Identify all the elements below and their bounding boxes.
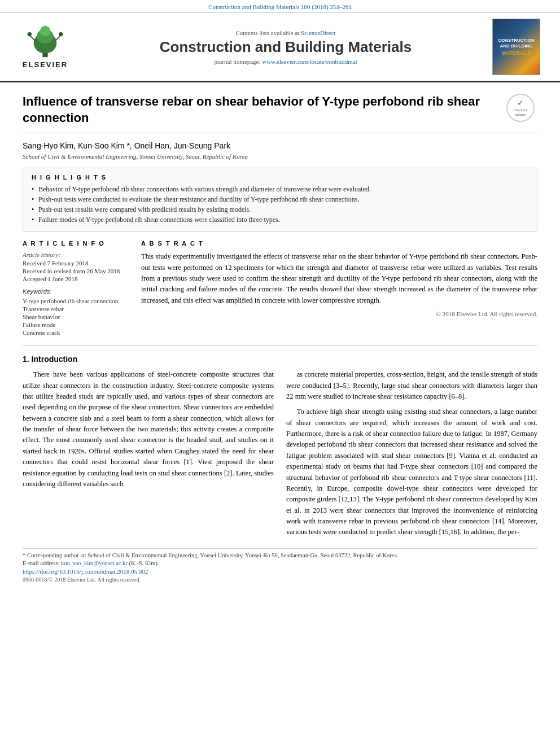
svg-point-7	[59, 32, 63, 36]
keywords-label: Keywords:	[23, 288, 130, 295]
intro-right-col: as concrete material properties, cross-s…	[286, 369, 537, 543]
article-title-section: Influence of transverse rebar on shear b…	[23, 94, 537, 133]
check-update-circle: ✓ Check forupdates	[506, 94, 535, 122]
email-suffix: (K.-S. Kim).	[129, 560, 159, 566]
doi-line: https://doi.org/10.1016/j.conbuildmat.20…	[23, 568, 537, 575]
article-title: Influence of transverse rebar on shear b…	[23, 94, 506, 126]
list-item: Push-out tests were conducted to evaluat…	[32, 195, 528, 204]
svg-point-6	[28, 32, 32, 36]
abstract-col: A B S T R A C T This study experimentall…	[141, 240, 537, 337]
article-history: Article history: Received 7 February 201…	[23, 251, 130, 282]
intro-para-3: To achieve high shear strength using exi…	[286, 407, 537, 538]
highlights-heading: H I G H L I G H T S	[32, 174, 528, 181]
intro-para-2: as concrete material properties, cross-s…	[286, 369, 537, 402]
journal-header: ELSEVIER Contents lists available at Sci…	[0, 13, 560, 82]
journal-header-center: Contents lists available at ScienceDirec…	[79, 29, 492, 65]
homepage-link[interactable]: www.elsevier.com/locate/conbuildmat	[262, 58, 357, 65]
list-item: Transverse rebar	[23, 305, 130, 312]
doi-link[interactable]: https://doi.org/10.1016/j.conbuildmat.20…	[23, 568, 148, 575]
elsevier-label: ELSEVIER	[23, 60, 68, 69]
article-info-col: A R T I C L E I N F O Article history: R…	[23, 240, 130, 337]
corresponding-author: * Corresponding author at: School of Civ…	[23, 552, 537, 558]
intro-para-1: There have been various applications of …	[23, 369, 274, 490]
svg-point-3	[40, 26, 50, 36]
journal-header-left: ELSEVIER	[11, 25, 79, 69]
elsevier-logo: ELSEVIER	[23, 25, 68, 69]
issn-line: 0950-0618/© 2018 Elsevier Ltd. All right…	[23, 576, 537, 583]
top-bar: Construction and Building Materials 180 …	[0, 0, 560, 13]
received-date: Received 7 February 2018	[23, 260, 130, 267]
page: Construction and Building Materials 180 …	[0, 0, 560, 747]
section-title: 1. Introduction	[23, 355, 537, 364]
intro-section: 1. Introduction There have been various …	[23, 355, 537, 543]
footnote-area: * Corresponding author at: School of Civ…	[23, 548, 537, 583]
elsevier-tree-icon	[23, 25, 68, 59]
abstract-heading: A B S T R A C T	[141, 240, 537, 247]
journal-title: Construction and Building Materials	[90, 38, 481, 56]
list-item: Behavior of Y-type perfobond rib shear c…	[32, 185, 528, 194]
check-icon: ✓	[517, 98, 524, 108]
email-line: E-mail address: kun_soo_kim@yonsei.ac.kr…	[23, 560, 537, 566]
check-update-badge: ✓ Check forupdates	[506, 94, 537, 125]
article-info-abstract-section: A R T I C L E I N F O Article history: R…	[23, 240, 537, 346]
intro-left-col: There have been various applications of …	[23, 369, 274, 543]
list-item: Concrete crack	[23, 329, 130, 336]
highlights-section: H I G H L I G H T S Behavior of Y-type p…	[23, 168, 537, 232]
email-link[interactable]: kun_soo_kim@yonsei.ac.kr	[61, 560, 128, 566]
history-label: Article history:	[23, 251, 130, 258]
science-direct-line: Contents lists available at ScienceDirec…	[90, 29, 481, 36]
list-item: Failure modes of Y-type perfobond rib sh…	[32, 216, 528, 224]
science-direct-link[interactable]: ScienceDirect	[301, 29, 336, 36]
accepted-date: Accepted 1 June 2018	[23, 276, 130, 282]
authors: Sang-Hyo Kim, Kun-Soo Kim *, Oneil Han, …	[23, 141, 230, 150]
journal-homepage: journal homepage: www.elsevier.com/locat…	[90, 58, 481, 65]
copyright-line: © 2018 Elsevier Ltd. All rights reserved…	[141, 311, 537, 317]
journal-citation: Construction and Building Materials 180 …	[208, 3, 352, 10]
intro-two-col: There have been various applications of …	[23, 369, 537, 543]
cover-title: Construction and Building	[496, 38, 537, 49]
list-item: Push-out test results were compared with…	[32, 206, 528, 214]
abstract-text: This study experimentally investigated t…	[141, 251, 537, 306]
journal-cover: Construction and Building MATERIALS	[492, 19, 540, 75]
list-item: Shear behavior	[23, 313, 130, 320]
authors-line: Sang-Hyo Kim, Kun-Soo Kim *, Oneil Han, …	[23, 141, 537, 150]
revised-date: Received in revised form 26 May 2018	[23, 268, 130, 274]
list-item: Y-type perfobond rib shear connection	[23, 298, 130, 304]
email-label: E-mail address:	[23, 560, 60, 566]
keywords-list: Y-type perfobond rib shear connection Tr…	[23, 298, 130, 336]
article-info-heading: A R T I C L E I N F O	[23, 240, 130, 247]
list-item: Failure mode	[23, 321, 130, 328]
affiliation-line: School of Civil & Environmental Engineer…	[23, 153, 537, 160]
highlights-list: Behavior of Y-type perfobond rib shear c…	[32, 185, 528, 224]
article-content: Influence of transverse rebar on shear b…	[0, 82, 560, 596]
cover-subtitle: MATERIALS	[502, 50, 531, 56]
journal-header-right: Construction and Building MATERIALS	[492, 19, 543, 75]
check-update-text: Check forupdates	[514, 108, 527, 117]
